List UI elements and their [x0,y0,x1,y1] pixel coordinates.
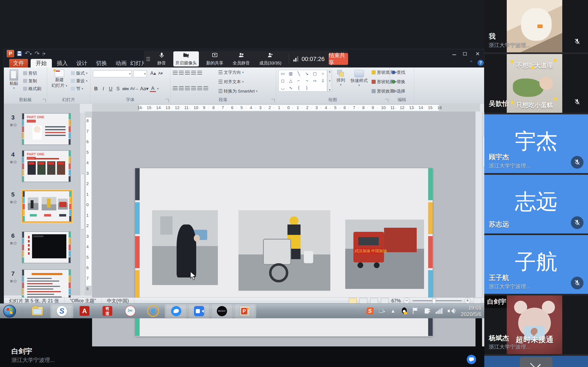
group-drawing-dialog-launcher-icon[interactable] [385,99,388,102]
participant-tile-3[interactable]: 宇杰顾宇杰浙江大学宁波理... [484,114,588,173]
group-font-dialog-launcher-icon[interactable] [165,99,169,102]
mic-muted-icon[interactable] [571,156,584,169]
sidebar-collapse-button[interactable] [520,357,553,367]
end-share-button[interactable]: 结束共享 [329,53,348,65]
normal-view-button[interactable] [349,298,357,304]
explorer-icon[interactable] [31,306,44,316]
list-indent-buttons[interactable] [173,71,202,75]
tencent-meeting-icon[interactable] [188,304,210,318]
close-button[interactable] [474,51,482,57]
participant-tile-2[interactable]: 不想听大道理只想吃小蛋糕吴歆怡 [484,54,588,113]
redo-icon[interactable]: ↷ [35,50,40,57]
youdao-icon[interactable]: 有道 [96,304,118,317]
group-clipboard-dialog-launcher-icon[interactable] [43,99,46,102]
copy-button[interactable]: 复制 [23,78,37,84]
tab-切换[interactable]: 切换 [91,59,112,67]
slide-thumbnail-3[interactable]: PART ONE [22,113,71,145]
alignment-buttons[interactable] [173,86,208,90]
sogou-ime-icon[interactable]: S [366,308,374,314]
dingtalk-icon[interactable] [165,304,187,318]
select-button[interactable]: 选择 [392,88,405,94]
music-app-icon[interactable]: MUSIC [211,304,233,318]
minimize-button[interactable] [450,51,458,57]
tab-file[interactable]: 文件 [9,59,28,67]
tray-grid-icon[interactable]: ∙∙∙∙∙∙∙∙∙∙∙∙ [357,307,361,315]
sogou-browser-icon[interactable]: S [51,304,73,318]
section-button[interactable]: 节 ▾ [71,86,83,92]
qq-icon[interactable] [401,308,407,314]
volume-icon[interactable] [448,308,456,314]
text-direction-button[interactable]: 文字方向 ▾ [218,69,244,75]
cut-button[interactable]: 剪切 [23,70,37,76]
reset-button[interactable]: 重设 ▾ [71,78,87,84]
align-text-button[interactable]: 对齐文本 ▾ [218,79,244,85]
zoom-out-button[interactable]: − [404,298,410,304]
mute-all-button[interactable]: 全员静音 [231,51,252,67]
tab-插入[interactable]: 插入 [52,59,73,67]
font-style-buttons[interactable]: BIUSabcAV↔Aa▾A▾ [93,85,159,92]
powerpoint-icon[interactable]: P [233,304,256,318]
power-plug-icon[interactable] [424,308,430,314]
grow-shrink-font-buttons[interactable]: A▴A▾ [150,70,164,76]
network-bars-icon[interactable] [436,308,442,314]
start-button[interactable] [3,305,16,317]
replace-button[interactable]: 替换 [392,79,405,85]
zoom-in-button[interactable]: + [465,298,471,304]
slide-thumbnail-5[interactable] [22,190,72,222]
toolbar-drag-handle[interactable] [146,57,150,61]
tab-开始[interactable]: 开始 [31,59,52,67]
mic-muted-icon[interactable] [571,96,584,108]
group-paragraph-dialog-launcher-icon[interactable] [271,99,275,102]
qat-more-icon[interactable]: |▾ [43,51,45,56]
format-painter-button[interactable]: 格式刷 [23,86,41,92]
find-button[interactable]: 查找 [392,69,405,75]
zoom-slider[interactable] [413,300,462,301]
taskbar-clock[interactable]: 19:01 2020/5/6 [461,304,481,317]
convert-smartart-button[interactable]: 转换为 SmartArt ▾ [218,88,258,94]
fit-to-window-button[interactable] [474,298,481,304]
camera-button[interactable]: 开启摄像头 [173,51,199,67]
mic-muted-icon[interactable] [571,216,584,229]
language-status[interactable]: 中文(中国) [102,298,134,304]
shapes-gallery[interactable]: ▭▥╲↘▢○◻△⌐¬⇨⇩◡∿{} [278,70,327,92]
action-center-flag-icon[interactable] [413,308,419,314]
tray-expand-icon[interactable]: ▲ [390,308,396,314]
panel-scrollbar[interactable] [80,113,85,295]
screenshot-tool-icon[interactable]: ✂ [119,304,141,317]
adobe-reader-icon[interactable]: A [73,304,95,317]
mic-muted-icon[interactable] [571,277,584,289]
slideshow-view-button[interactable] [381,298,389,304]
new-share-button[interactable]: 新的共享 [204,51,225,67]
reading-view-button[interactable] [370,298,378,304]
internet-explorer-icon[interactable]: e [142,304,164,317]
quick-styles-button[interactable]: 快速样式▾ [348,69,370,87]
participant-tile-5[interactable]: 子航王子航浙江大学宁波理... [484,235,588,294]
participant-tile-1[interactable]: 我浙江大学宁波理... [484,0,588,52]
slide-thumbnail-4[interactable]: PART ONE [22,150,71,182]
undo-icon[interactable]: ↶▾ [25,50,32,57]
help-icon[interactable]: ? [477,60,484,66]
tab-设计[interactable]: 设计 [71,59,93,67]
collapse-ribbon-icon[interactable]: ⌃ [468,60,474,65]
participant-tile-4[interactable]: 志远苏志远 [484,175,588,234]
slide-thumbnail-7[interactable] [22,269,71,301]
shapes-gallery-scroll[interactable]: ▲▾▼ [328,70,332,92]
slide-sorter-view-button[interactable] [360,298,367,304]
mic-muted-icon[interactable] [571,35,584,48]
new-slide-button[interactable]: ✷新建幻灯片 ▾ [50,69,69,88]
slide-thumbnail-6[interactable] [22,231,71,263]
save-icon[interactable] [17,51,22,56]
paste-button[interactable]: 粘贴▾ [7,69,21,90]
arrange-button[interactable]: 排列▾ [334,69,347,87]
mute-button[interactable]: 静音 [155,51,168,67]
font-size-select[interactable]: ▾ [133,70,147,77]
restore-button[interactable] [461,51,469,57]
quicklaunch-handle[interactable]: ∙∙∙∙∙∙∙∙∙∙∙∙ [21,306,25,316]
window-switch-icon[interactable]: ❏▾ [379,308,385,314]
font-name-select[interactable]: ▾ [93,70,132,77]
powerpoint-logo-icon[interactable]: P [7,50,14,57]
members-button[interactable]: 成员(33/35) [257,51,284,67]
participant-tile-6[interactable]: 超时未接通白剑宇正在发言杨斌杰浙江大学宁波理... [484,295,588,354]
chat-bubble-icon[interactable] [467,355,476,364]
layout-button[interactable]: 版式 ▾ [71,70,87,76]
